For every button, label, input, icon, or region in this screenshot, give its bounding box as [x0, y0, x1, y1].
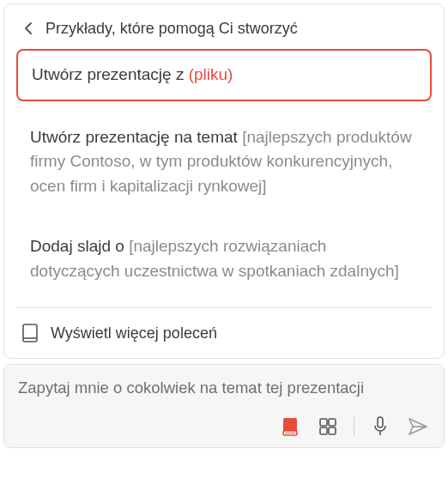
suggestion-item[interactable]: Utwórz prezentację z (pliku)	[16, 49, 432, 101]
suggestion-param: (pliku)	[189, 65, 233, 83]
suggestion-text: Utwórz prezentację na temat	[30, 128, 242, 146]
apps-button[interactable]	[316, 415, 340, 439]
svg-rect-0	[23, 324, 37, 342]
apps-grid-icon	[318, 417, 337, 436]
suggestion-item[interactable]: Utwórz prezentację na temat [najlepszych…	[16, 113, 432, 211]
prompt-input[interactable]	[18, 379, 430, 397]
input-toolbar	[18, 415, 430, 439]
panel-header: Przykłady, które pomogą Ci stworzyć	[4, 4, 444, 49]
toolbar-separator	[354, 417, 354, 436]
suggestion-text: Dodaj slajd o	[30, 237, 129, 255]
microphone-icon	[372, 416, 388, 437]
microphone-button[interactable]	[368, 415, 392, 439]
svg-rect-10	[378, 417, 383, 427]
send-icon	[408, 417, 428, 436]
svg-rect-7	[329, 419, 336, 426]
back-button[interactable]	[16, 16, 40, 40]
svg-rect-8	[320, 427, 327, 434]
send-button[interactable]	[406, 415, 430, 439]
chevron-left-icon	[22, 21, 34, 35]
panel-title: Przykłady, które pomogą Ci stworzyć	[45, 20, 298, 38]
suggestions-panel: Przykłady, które pomogą Ci stworzyć Utwó…	[3, 3, 445, 359]
svg-rect-6	[320, 419, 327, 426]
suggestion-text: Utwórz prezentację z	[32, 65, 189, 83]
suggestion-item[interactable]: Dodaj slajd o [najlepszych rozwiązaniach…	[16, 222, 432, 295]
book-icon	[21, 324, 39, 342]
view-more-label: Wyświetl więcej poleceń	[51, 324, 217, 342]
prompt-input-area	[3, 364, 445, 448]
view-more-prompts[interactable]: Wyświetl więcej poleceń	[4, 308, 444, 358]
svg-rect-9	[329, 427, 336, 434]
book-button[interactable]	[278, 415, 302, 439]
book-filled-icon	[282, 417, 299, 436]
